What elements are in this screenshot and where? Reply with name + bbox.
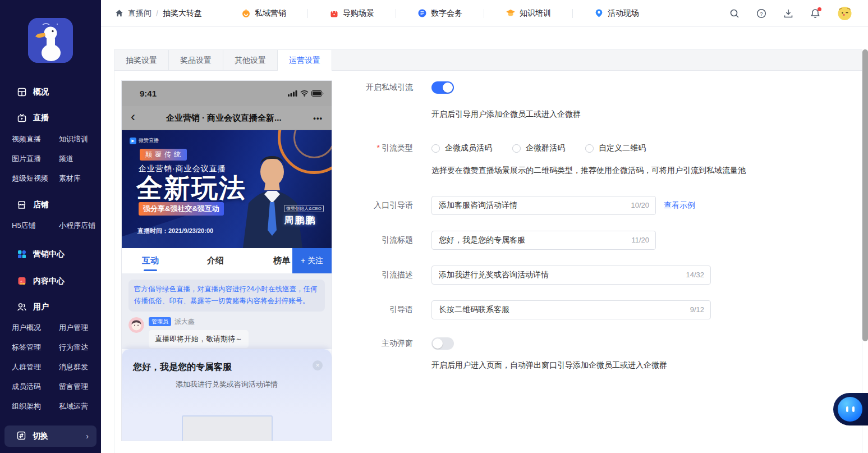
speaker-info: 微赞创始人&CEO 周鹏鹏 — [284, 202, 324, 227]
assistant-widget[interactable] — [833, 393, 868, 425]
phone-status-bar: 9:41 — [122, 81, 332, 106]
view-example-link[interactable]: 查看示例 — [664, 200, 695, 211]
sidebar-item-miniprogram-shop[interactable]: 小程序店铺 — [59, 219, 101, 232]
radio-custom-qrcode[interactable]: 自定义二维码 — [585, 143, 646, 153]
sidebar-item-behavior-radar[interactable]: 行为雷达 — [59, 341, 101, 354]
flow-description-input[interactable] — [431, 266, 711, 285]
nav-knowledge-training[interactable]: 知识培训 — [506, 8, 551, 19]
robot-face-icon — [838, 397, 862, 422]
brand-logo — [28, 18, 73, 63]
more-menu-icon: ••• — [304, 114, 332, 122]
field-label: 开启私域引流 — [333, 83, 413, 93]
guide-text-input[interactable] — [431, 300, 711, 319]
notification-dot — [818, 7, 821, 11]
chat-bubble: 直播即将开始，敬请期待～ — [149, 330, 249, 348]
search-icon[interactable] — [729, 8, 740, 19]
private-flow-toggle-row: 开启私域引流 — [333, 81, 454, 94]
user-avatar[interactable] — [837, 6, 852, 21]
radio-label: 企微群活码 — [526, 143, 565, 153]
sidebar-item-member-qrcode[interactable]: 成员活码 — [12, 381, 59, 393]
entry-guide-row: 入口引导语 10/20 查看示例 — [333, 196, 695, 215]
page-scrollbar[interactable] — [862, 49, 868, 341]
graduation-cap-icon — [506, 8, 516, 18]
switch-label: 切换 — [33, 431, 48, 441]
play-logo-icon: ▶ — [130, 138, 136, 144]
download-icon[interactable] — [783, 8, 793, 19]
flow-title-input[interactable] — [431, 231, 656, 250]
settings-card: 抽奖设置 奖品设置 其他设置 运营设置 9:41 ‹ 企业营销 · 商业会议直播… — [114, 49, 862, 453]
robot-eye — [852, 406, 855, 412]
nav-digital-conference[interactable]: 数字会务 — [417, 8, 462, 19]
sidebar-item-group-management[interactable]: 人群管理 — [12, 361, 59, 373]
home-icon — [115, 9, 123, 17]
sidebar-item-image-live[interactable]: 图片直播 — [12, 153, 59, 165]
nav-private-marketing[interactable]: 私域营销 — [241, 8, 286, 19]
sidebar-item-comment-management[interactable]: 留言管理 — [59, 381, 101, 393]
nav-divider — [572, 9, 573, 18]
radio-label: 自定义二维码 — [599, 143, 646, 153]
private-flow-toggle[interactable] — [431, 81, 454, 94]
nav-shopping-guide[interactable]: 导购场景 — [329, 8, 374, 19]
sidebar-item-shop[interactable]: 店铺 — [0, 198, 101, 212]
tab-prize-settings[interactable]: 奖品设置 — [169, 50, 223, 71]
live-tv-icon — [17, 113, 26, 123]
auto-popup-toggle[interactable] — [431, 337, 454, 350]
radio-wecom-group-qrcode[interactable]: 企微群活码 — [512, 143, 565, 153]
chat-username: 派大鑫 — [174, 317, 195, 327]
sidebar-item-org-structure[interactable]: 组织架构 — [12, 400, 59, 413]
sidebar-item-live[interactable]: 直播 — [0, 111, 101, 125]
entry-guide-input-wrap: 10/20 — [431, 196, 656, 215]
robot-eye — [846, 406, 848, 412]
sidebar-item-user-management[interactable]: 用户管理 — [59, 322, 101, 334]
entry-guide-input[interactable] — [431, 196, 656, 215]
sidebar-item-knowledge-training[interactable]: 知识培训 — [59, 133, 101, 145]
sidebar-item-user[interactable]: 用户 — [0, 300, 101, 314]
private-flow-helper: 开启后引导用户添加企微员工或进入企微群 — [431, 109, 581, 120]
notification-bell-icon[interactable] — [810, 8, 820, 19]
sidebar-user-submenu: 用户概况 用户管理 标签管理 行为雷达 人群管理 消息群发 成员活码 留言管理 … — [0, 322, 101, 413]
sidebar-item-content-center[interactable]: 内容中心 — [0, 274, 101, 288]
sidebar: 概况 直播 视频直播 知识培训 图片直播 频道 超级短视频 素材库 店铺 H5店… — [0, 0, 101, 453]
help-icon[interactable]: ? — [756, 8, 766, 19]
sidebar-item-message-broadcast[interactable]: 消息群发 — [59, 361, 101, 373]
sidebar-item-material-library[interactable]: 素材库 — [59, 172, 101, 185]
sidebar-item-private-domain-ops[interactable]: 私域运营 — [59, 400, 101, 413]
sidebar-item-video-live[interactable]: 视频直播 — [12, 133, 59, 145]
speaker-name: 周鹏鹏 — [284, 214, 324, 227]
breadcrumb-root[interactable]: 直播间 — [128, 8, 151, 19]
svg-text:?: ? — [760, 10, 763, 16]
sidebar-item-label: 内容中心 — [33, 276, 65, 286]
switch-workspace-button[interactable]: 切换 › — [4, 425, 97, 447]
dashboard-icon — [17, 88, 26, 97]
radio-circle-icon — [431, 144, 440, 153]
phone-nav-bar: ‹ 企业营销 · 商业会议直播全新... ••• — [122, 106, 332, 130]
char-counter: 9/12 — [690, 305, 704, 314]
sidebar-item-marketing-center[interactable]: 营销中心 — [0, 248, 101, 261]
field-label: 主动弹窗 — [333, 338, 413, 349]
sidebar-item-short-video[interactable]: 超级短视频 — [12, 172, 59, 185]
nav-event-site[interactable]: 活动现场 — [594, 8, 639, 19]
sidebar-item-channel[interactable]: 频道 — [59, 153, 101, 165]
tab-operation-settings[interactable]: 运营设置 — [278, 50, 332, 71]
field-label: 入口引导语 — [333, 200, 413, 211]
auto-popup-helper: 开启后用户进入页面，自动弹出窗口引导添加企微员工或进入企微群 — [431, 360, 667, 370]
tab-lottery-settings[interactable]: 抽奖设置 — [114, 50, 169, 71]
sidebar-item-user-overview[interactable]: 用户概况 — [12, 322, 59, 334]
users-icon — [17, 303, 26, 312]
radio-circle-icon — [512, 144, 521, 153]
sidebar-item-h5-shop[interactable]: H5店铺 — [12, 219, 59, 232]
sidebar-item-label: 概况 — [33, 87, 49, 97]
sidebar-item-tag-management[interactable]: 标签管理 — [12, 341, 59, 354]
required-mark: * — [377, 143, 380, 152]
phone-tab-rank: 榜单 — [273, 255, 290, 266]
close-icon: × — [313, 360, 323, 370]
storefront-icon — [17, 200, 26, 210]
char-counter: 10/20 — [631, 201, 649, 209]
radio-wecom-member-qrcode[interactable]: 企微成员活码 — [431, 143, 492, 153]
popup-title: 您好，我是您的专属客服 — [133, 362, 232, 373]
banner-top-badge: 颠覆传统 — [140, 149, 187, 161]
tab-other-settings[interactable]: 其他设置 — [223, 50, 278, 71]
chat-message-head: 管理员 派大鑫 — [149, 317, 249, 327]
sidebar-item-overview[interactable]: 概况 — [0, 85, 101, 99]
brand-name: 微赞直播 — [139, 137, 159, 144]
